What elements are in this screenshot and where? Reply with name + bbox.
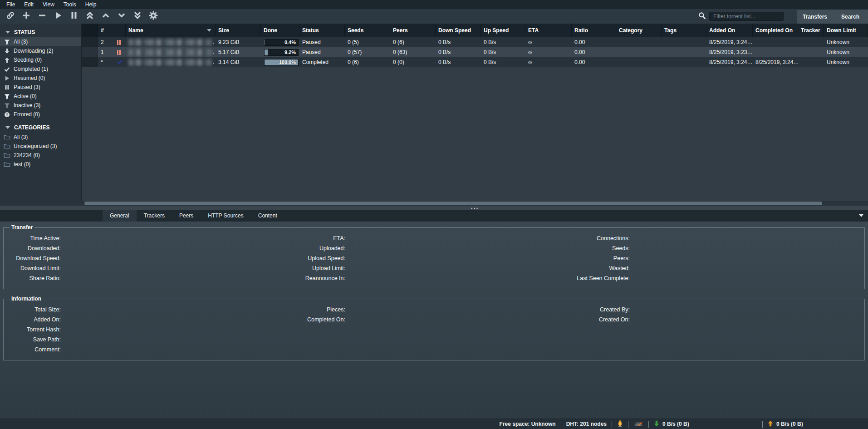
torrent-row[interactable]: 1 . 5.17 GiB 9.2% Paused 0 (57) 0 (63) 0… [82, 47, 868, 57]
menu-file[interactable]: File [2, 0, 20, 9]
paused-state-icon [117, 50, 121, 55]
move-top-button[interactable] [82, 9, 98, 24]
information-legend: Information [10, 296, 43, 302]
global-upload-speed[interactable]: 0 B/s (0 B) [768, 420, 868, 428]
global-download-speed[interactable]: 0 B/s (0 B) [654, 420, 757, 428]
move-up-button[interactable] [98, 9, 113, 24]
tab-trackers[interactable]: Trackers [137, 210, 172, 222]
play-icon [54, 11, 63, 22]
field-label: Downloaded: [7, 245, 61, 251]
col-name[interactable]: Name [126, 24, 216, 37]
filter-torrent-input[interactable] [709, 12, 784, 21]
collapse-triangle-icon [5, 126, 10, 129]
field-label: Added On: [7, 316, 61, 323]
status-section-header[interactable]: STATUS [0, 27, 81, 37]
sidebar-item-paused[interactable]: Paused (3) [0, 83, 81, 92]
sidebar-category-test[interactable]: test (0) [0, 160, 81, 169]
sidebar-category-234234[interactable]: 234234 (0) [0, 151, 81, 160]
torrent-table-header: # Name Size Done Status Seeds Peers Down… [82, 24, 868, 37]
col-tags[interactable]: Tags [662, 24, 706, 37]
chevron-down-icon [117, 11, 126, 22]
col-category[interactable]: Category [616, 24, 662, 37]
tab-search[interactable]: Search [833, 10, 868, 24]
field-label: Total Size: [7, 306, 61, 313]
sidebar-item-inactive[interactable]: Inactive (3) [0, 101, 81, 110]
check-icon [4, 66, 10, 73]
funnel-muted-icon [4, 102, 10, 109]
sidebar-category-all[interactable]: All (3) [0, 133, 81, 142]
chevron-up-icon [101, 11, 110, 22]
arrow-up-icon [4, 57, 10, 64]
torrent-table: # Name Size Done Status Seeds Peers Down… [82, 24, 868, 201]
sidebar-item-seeding[interactable]: Seeding (0) [0, 55, 81, 64]
col-down-limit[interactable]: Down Limit [824, 24, 868, 37]
transfer-legend: Transfer [10, 224, 34, 231]
torrent-row[interactable]: 2 . 9.23 GiB 0.4% Paused 0 (5) 0 (6) 0 B… [82, 37, 868, 47]
toolbar: Transfers Search [0, 9, 868, 24]
delete-torrent-button[interactable] [34, 9, 50, 24]
progress-bar: 100.0% [264, 59, 299, 66]
col-up-speed[interactable]: Up Speed [481, 24, 525, 37]
resume-button[interactable] [50, 9, 66, 24]
tab-content[interactable]: Content [251, 210, 284, 222]
progress-bar: 0.4% [264, 39, 299, 46]
field-label: Share Ratio: [7, 275, 61, 281]
col-down-speed[interactable]: Down Speed [436, 24, 481, 37]
col-size[interactable]: Size [216, 24, 261, 37]
link-icon [6, 11, 15, 22]
tab-transfers[interactable]: Transfers [797, 10, 833, 24]
col-state[interactable] [114, 24, 126, 37]
sidebar-item-all[interactable]: All (3) [0, 37, 81, 46]
sidebar-item-errored[interactable]: Errored (0) [0, 110, 81, 119]
field-label: Seeds: [576, 245, 630, 251]
plus-icon [22, 11, 31, 22]
sidebar-item-completed[interactable]: Completed (1) [0, 64, 81, 74]
menu-view[interactable]: View [38, 0, 59, 9]
sidebar-item-active[interactable]: Active (0) [0, 92, 81, 101]
field-label: Created By: [576, 306, 630, 313]
tab-peers[interactable]: Peers [172, 210, 201, 222]
col-peers[interactable]: Peers [390, 24, 436, 37]
col-number[interactable]: # [98, 24, 114, 37]
pause-button[interactable] [66, 9, 82, 24]
field-label: ETA: [292, 235, 345, 242]
download-arrow-icon [654, 420, 659, 428]
menu-help[interactable]: Help [81, 0, 101, 9]
menu-tools[interactable]: Tools [59, 0, 81, 9]
splitter-handle-icon[interactable]: ... [82, 203, 868, 210]
col-tracker[interactable]: Tracker [798, 24, 824, 37]
sort-descending-icon [207, 29, 211, 32]
field-label: Download Limit: [7, 265, 61, 271]
progress-bar: 9.2% [264, 49, 299, 56]
status-bar: Free space: Unknown DHT: 201 nodes 0 B/s… [0, 419, 868, 429]
sidebar-item-resumed[interactable]: Resumed (0) [0, 74, 81, 83]
sidebar-item-downloading[interactable]: Downloading (2) [0, 46, 81, 55]
col-done[interactable]: Done [261, 24, 299, 37]
error-icon [4, 111, 10, 118]
col-eta[interactable]: ETA [525, 24, 572, 37]
tab-general[interactable]: General [103, 210, 137, 222]
col-added-on[interactable]: Added On [706, 24, 753, 37]
chevron-down-icon[interactable] [859, 214, 863, 217]
add-torrent-file-button[interactable] [18, 9, 34, 24]
torrent-row[interactable]: * . 3.14 GiB 100.0% Completed 0 (6) 0 (0… [82, 57, 868, 67]
col-status[interactable]: Status [299, 24, 345, 37]
move-bottom-button[interactable] [129, 9, 145, 24]
col-seeds[interactable]: Seeds [345, 24, 390, 37]
col-completed-on[interactable]: Completed On [753, 24, 798, 37]
speed-gauge-icon[interactable] [633, 420, 643, 428]
col-ratio[interactable]: Ratio [572, 24, 616, 37]
minus-icon [38, 11, 47, 22]
menu-edit[interactable]: Edit [20, 0, 38, 9]
gear-icon [149, 11, 158, 22]
sidebar-category-uncategorized[interactable]: Uncategorized (3) [0, 142, 81, 151]
double-chevron-down-icon [133, 11, 142, 22]
arrow-down-icon [4, 48, 10, 54]
move-down-button[interactable] [113, 9, 129, 24]
add-torrent-link-button[interactable] [2, 9, 18, 24]
options-button[interactable] [145, 9, 161, 24]
categories-section-header[interactable]: CATEGORIES [0, 123, 81, 133]
redacted-torrent-name [128, 39, 211, 46]
tab-http-sources[interactable]: HTTP Sources [201, 210, 250, 222]
panel-splitter[interactable]: ... [0, 206, 868, 210]
